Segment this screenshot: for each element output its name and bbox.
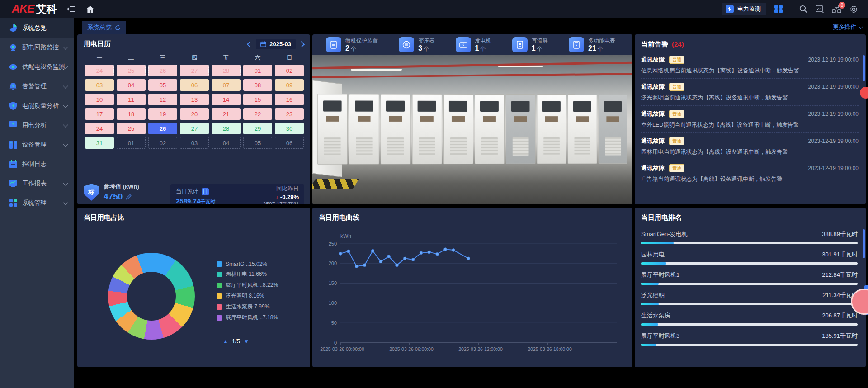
pager-up-icon[interactable]: ▲ xyxy=(223,338,228,345)
calendar-day-cell[interactable]: 10 xyxy=(85,94,114,105)
calendar-day-cell[interactable]: 11 xyxy=(117,94,146,105)
alarm-item[interactable]: 通讯故障普通2023-12-19 19:00:00园林用电当前通讯状态为【离线】… xyxy=(641,133,859,160)
sidebar-item-label: 设备管理 xyxy=(22,141,47,149)
alarm-item[interactable]: 通讯故障普通2023-12-19 19:00:00广告箱当前通讯状态为【离线】设… xyxy=(641,160,859,187)
calendar-day-cell[interactable]: 22 xyxy=(243,108,272,120)
sidebar-item-1[interactable]: 系统总览 xyxy=(0,18,74,38)
scrollbar-thumb[interactable] xyxy=(863,229,865,258)
calendar-day-cell[interactable]: 28 xyxy=(212,65,241,76)
calendar-day-cell[interactable]: 05 xyxy=(148,79,177,91)
device-tree-icon[interactable]: 0 xyxy=(832,5,841,13)
weekday-header: 一二三四五六日 xyxy=(77,49,310,64)
calendar-day-cell[interactable]: 27 xyxy=(180,65,209,76)
alarm-level-badge: 普通 xyxy=(669,83,684,91)
calendar-day-cell[interactable]: 25 xyxy=(117,123,146,134)
calendar-day-cell[interactable]: 02 xyxy=(148,137,177,149)
alarm-item[interactable]: 通讯故障普通2023-12-19 19:00:00泛光照明当前通讯状态为【离线】… xyxy=(641,79,859,106)
alarm-item[interactable]: 通讯故障普通2023-12-19 19:00:00室外LED照明当前通讯状态为【… xyxy=(641,106,859,133)
arrow-down-icon: ↓ xyxy=(276,194,279,200)
pie-legend-item[interactable]: 展厅平时风机...7.18% xyxy=(217,314,278,322)
calendar-day-cell[interactable]: 18 xyxy=(117,108,146,120)
pie-legend-item[interactable]: SmartG...15.02% xyxy=(217,261,278,267)
calendar-day-cell[interactable]: 02 xyxy=(275,65,304,76)
apps-grid-icon[interactable] xyxy=(774,5,783,13)
calendar-day-cell[interactable]: 19 xyxy=(148,108,177,120)
dc-screen-icon xyxy=(512,37,528,52)
tab-system-overview[interactable]: 系统总览 xyxy=(82,21,126,34)
pie-legend-item[interactable]: 展厅平时风机...8.22% xyxy=(217,281,278,289)
calendar-day-cell[interactable]: 01 xyxy=(117,137,146,149)
calendar-day-cell[interactable]: 04 xyxy=(117,79,146,91)
sidebar-item-2[interactable]: 配电回路监控 xyxy=(0,38,74,57)
calendar-day-cell[interactable]: 03 xyxy=(85,79,114,91)
rank-value: 206.87千瓦时 xyxy=(822,312,858,320)
sidebar-item-9[interactable]: 工作报表 xyxy=(0,174,74,193)
refresh-icon[interactable] xyxy=(115,25,121,31)
calendar-day-cell[interactable]: 27 xyxy=(180,123,209,134)
alarm-time: 2023-12-19 19:00:00 xyxy=(808,57,859,63)
calendar-day-cell[interactable]: 05 xyxy=(243,137,272,149)
calendar-day-cell[interactable]: 17 xyxy=(85,108,114,120)
scrollbar-thumb[interactable] xyxy=(863,55,865,81)
calendar-day-cell[interactable]: 06 xyxy=(180,79,209,91)
pager-value: 1/5 xyxy=(232,338,240,345)
month-picker[interactable]: 2025-03 xyxy=(256,39,296,49)
calendar-day-cell[interactable]: 13 xyxy=(180,94,209,105)
sidebar-item-3[interactable]: 供配电设备监测 xyxy=(0,57,74,76)
calendar-day-cell[interactable]: 12 xyxy=(148,94,177,105)
generator-icon xyxy=(456,37,471,52)
usage-donut-chart[interactable] xyxy=(108,253,195,340)
calendar-day-cell[interactable]: 06 xyxy=(275,137,304,149)
calendar-day-cell[interactable]: 04 xyxy=(212,137,241,149)
calendar-day-cell[interactable]: 31 xyxy=(85,137,114,149)
chevron-down-icon xyxy=(63,142,68,147)
calendar-day-cell[interactable]: 30 xyxy=(275,123,304,134)
usage-line-chart[interactable]: 0501001502002502025-03-26 00:00:002025-0… xyxy=(320,237,625,357)
prev-month-icon[interactable] xyxy=(247,41,253,47)
sidebar-item-label: 工作报表 xyxy=(22,180,47,188)
pager-down-icon[interactable]: ▼ xyxy=(244,338,249,345)
pie-legend-item[interactable]: 园林用电 11.66% xyxy=(217,270,278,278)
sidebar-item-4[interactable]: 告警管理 xyxy=(0,76,74,96)
alarm-item[interactable]: 通讯故障普通2023-12-19 19:00:00信息网络机房当前通讯状态为【离… xyxy=(641,52,859,79)
calendar-day-cell[interactable]: 24 xyxy=(85,123,114,134)
sidebar-item-10[interactable]: 系统管理 xyxy=(0,193,74,213)
pie-legend-item[interactable]: 生活水泵房 7.99% xyxy=(217,303,278,311)
topbar-actions: 电力监测 0 xyxy=(722,3,858,15)
more-actions-button[interactable]: 更多操作 xyxy=(833,23,862,31)
sidebar-item-7[interactable]: 设备管理 xyxy=(0,135,74,154)
edit-pencil-icon[interactable] xyxy=(126,194,132,200)
search-icon[interactable] xyxy=(799,5,807,13)
calendar-day-cell[interactable]: 26 xyxy=(148,65,177,76)
calendar-day-cell[interactable]: 25 xyxy=(117,65,146,76)
calendar-day-cell[interactable]: 21 xyxy=(212,108,241,120)
app-switch-button[interactable]: 电力监测 xyxy=(722,3,766,15)
circuit-monitor-icon xyxy=(9,43,17,52)
report-chart-icon[interactable] xyxy=(816,5,824,13)
collapse-sidebar-icon[interactable] xyxy=(67,5,76,13)
calendar-day-cell[interactable]: 14 xyxy=(212,94,241,105)
next-month-icon[interactable] xyxy=(298,41,305,47)
calendar-day-cell[interactable]: 28 xyxy=(212,123,241,134)
calendar-day-cell[interactable]: 03 xyxy=(180,137,209,149)
calendar-day-cell[interactable]: 23 xyxy=(275,108,304,120)
calendar-day-cell[interactable]: 15 xyxy=(243,94,272,105)
sidebar-item-8[interactable]: 控制日志 xyxy=(0,154,74,174)
calendar-day-cell[interactable]: 29 xyxy=(243,123,272,134)
calendar-day-cell[interactable]: 20 xyxy=(180,108,209,120)
settings-gear-icon[interactable] xyxy=(849,5,858,14)
pie-legend-item[interactable]: 泛光照明 8.16% xyxy=(217,292,278,300)
calendar-day-cell[interactable]: 07 xyxy=(212,79,241,91)
alarm-type: 通讯故障 xyxy=(641,164,665,172)
calendar-day-cell[interactable]: 26 xyxy=(148,123,177,134)
calendar-day-cell[interactable]: 16 xyxy=(275,94,304,105)
calendar-day-cell[interactable]: 09 xyxy=(275,79,304,91)
calendar-day-cell[interactable]: 01 xyxy=(243,65,272,76)
calendar-day-cell[interactable]: 24 xyxy=(85,65,114,76)
power-calendar-panel: 用电日历 2025-03 一二三四五六日 2425262728010203040… xyxy=(77,34,310,204)
sidebar-item-5[interactable]: 电能质量分析 xyxy=(0,96,74,115)
sidebar-item-6[interactable]: 用电分析 xyxy=(0,115,74,135)
calendar-day-cell[interactable]: 08 xyxy=(243,79,272,91)
legend-label: 园林用电 11.66% xyxy=(226,270,267,278)
home-icon[interactable] xyxy=(86,5,94,13)
